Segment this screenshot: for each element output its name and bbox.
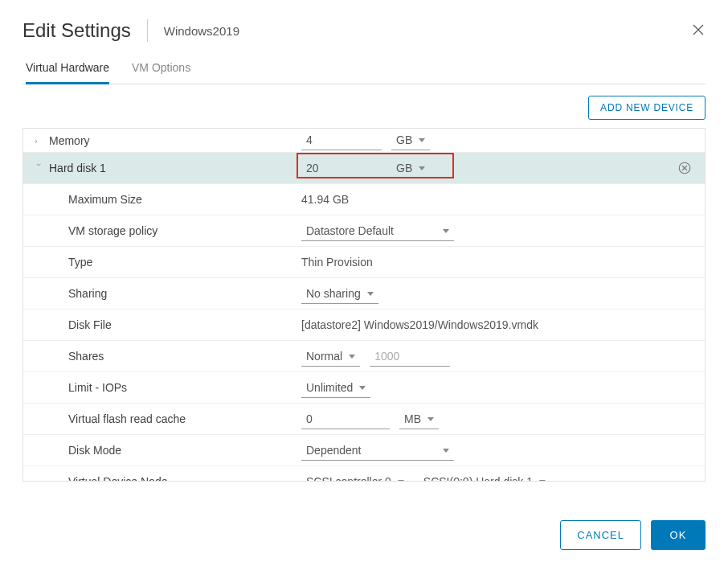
dialog-title: Edit Settings [22,19,148,42]
row-label-storage-policy: VM storage policy [68,224,157,237]
ok-button[interactable]: OK [651,520,706,550]
row-label-memory: Memory [49,134,90,147]
shares-select[interactable]: Normal [301,347,360,367]
hard-disk-size-input[interactable] [301,158,382,178]
flash-cache-unit-select[interactable]: MB [399,409,439,429]
tab-virtual-hardware[interactable]: Virtual Hardware [26,55,109,84]
row-label-disk-mode: Disk Mode [68,444,121,457]
remove-icon [677,161,692,175]
row-label-disk-file: Disk File [68,318,112,331]
cancel-button[interactable]: CANCEL [560,520,641,550]
value-disk-file: [datastore2] Windows2019/Windows2019.vmd… [301,318,538,331]
value-type: Thin Provision [301,256,373,269]
flash-cache-input[interactable] [301,409,390,429]
row-label-max-size: Maximum Size [68,193,142,206]
row-label-hard-disk: Hard disk 1 [49,162,106,174]
tab-vm-options[interactable]: VM Options [132,55,190,84]
memory-input[interactable] [301,130,382,150]
storage-policy-select[interactable]: Datastore Default [301,221,454,241]
add-new-device-button[interactable]: ADD NEW DEVICE [588,96,706,120]
limit-iops-select[interactable]: Unlimited [301,378,370,398]
row-label-flash-cache: Virtual flash read cache [68,412,186,425]
close-button[interactable] [691,23,706,39]
vm-name: Windows2019 [148,24,239,38]
row-label-type: Type [68,256,92,269]
chevron-down-icon[interactable]: › [35,163,44,173]
row-label-device-node: Virtual Device Node [68,475,167,482]
memory-unit-select[interactable]: GB [391,130,430,150]
row-label-shares: Shares [68,350,104,363]
row-label-limit-iops: Limit - IOPs [68,381,127,394]
hard-disk-unit-select[interactable]: GB [391,158,430,178]
device-node-controller-select[interactable]: SCSI controller 0 [301,472,409,482]
disk-mode-select[interactable]: Dependent [301,441,454,461]
tab-bar: Virtual Hardware VM Options [22,55,706,84]
value-max-size: 41.94 GB [301,193,349,206]
close-icon [691,23,706,37]
row-label-sharing: Sharing [68,287,107,300]
device-node-slot-select[interactable]: SCSI(0:0) Hard disk 1 [419,472,550,482]
hardware-list[interactable]: › Memory GB › Hard disk 1 GB [22,128,706,482]
remove-device-button[interactable] [677,161,692,178]
sharing-select[interactable]: No sharing [301,284,378,304]
chevron-right-icon[interactable]: › [35,136,44,146]
shares-numeric-input[interactable] [370,347,450,367]
